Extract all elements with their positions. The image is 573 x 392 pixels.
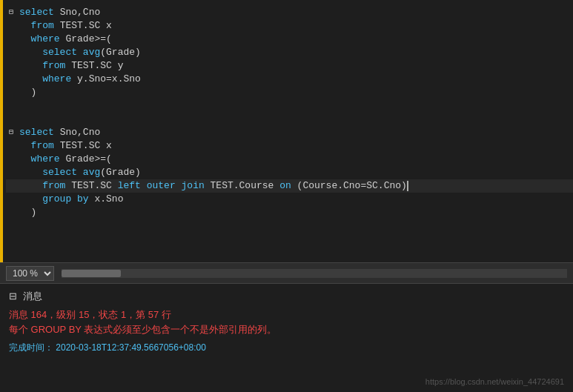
code-line: ⊟ select Sno,Cno (6, 6, 573, 19)
messages-icon: ⊟ (9, 290, 17, 302)
horizontal-scrollbar[interactable] (62, 269, 567, 278)
code-line: from TEST.SC x (6, 19, 573, 33)
code-text (19, 99, 25, 113)
code-text: select Sno,Cno (19, 6, 100, 19)
collapse-icon-1[interactable]: ⊟ (6, 6, 16, 19)
zoom-select[interactable]: 50 % 75 % 100 % 125 % 150 % (6, 266, 54, 281)
messages-label: 消息 (23, 290, 42, 302)
code-text: from TEST.SC y (19, 59, 123, 73)
code-line: select avg(Grade) (6, 166, 573, 179)
messages-header: ⊟ 消息 (9, 290, 564, 303)
code-text: group by x.Sno (19, 193, 123, 206)
code-line: select avg(Grade) (6, 46, 573, 59)
editor-area: ⊟ select Sno,Cno from TEST.SC x where Gr… (0, 0, 573, 263)
code-text: where Grade>=( (19, 33, 112, 46)
code-line: ) (6, 206, 573, 219)
code-line-active: from TEST.SC left outer join TEST.Course… (6, 179, 573, 193)
code-line (6, 113, 573, 126)
code-text: select avg(Grade) (19, 46, 141, 59)
error-line-1: 消息 164，级别 15，状态 1，第 57 行 每个 GROUP BY 表达式… (9, 308, 564, 337)
code-text: from TEST.SC x (19, 19, 112, 33)
text-cursor (407, 181, 408, 191)
code-text (19, 113, 25, 126)
code-line: where Grade>=( (6, 33, 573, 46)
horizontal-scrollbar-area (59, 269, 567, 278)
timestamp-area: 完成时间： 2020-03-18T12:37:49.5667056+08:00 (9, 342, 564, 354)
timestamp-label: 完成时间： (9, 342, 53, 353)
code-line: ) (6, 86, 573, 99)
code-text: where y.Sno=x.Sno (19, 73, 141, 86)
code-text: ) (19, 206, 36, 219)
scrollbar-thumb[interactable] (62, 270, 121, 277)
code-text: select avg(Grade) (19, 166, 141, 179)
code-line (6, 99, 573, 113)
collapse-icon-2[interactable]: ⊟ (6, 126, 16, 139)
code-line: from TEST.SC y (6, 59, 573, 73)
code-container: ⊟ select Sno,Cno from TEST.SC x where Gr… (0, 0, 573, 225)
code-text: where Grade>=( (19, 153, 112, 166)
code-line: group by x.Sno (6, 193, 573, 206)
error-text-2: 每个 GROUP BY 表达式必须至少包含一个不是外部引用的列。 (9, 322, 564, 337)
code-text: ) (19, 86, 36, 99)
messages-area: ⊟ 消息 消息 164，级别 15，状态 1，第 57 行 每个 GROUP B… (0, 284, 573, 392)
error-text-1: 消息 164，级别 15，状态 1，第 57 行 (9, 308, 564, 322)
code-text: select Sno,Cno (19, 126, 100, 139)
code-text: from TEST.SC x (19, 139, 112, 153)
code-line: ⊟ select Sno,Cno (6, 126, 573, 139)
timestamp-value: 2020-03-18T12:37:49.5667056+08:00 (56, 342, 206, 353)
code-line: where Grade>=( (6, 153, 573, 166)
code-line: where y.Sno=x.Sno (6, 73, 573, 86)
code-line: from TEST.SC x (6, 139, 573, 153)
watermark: https://blog.csdn.net/weixin_44724691 (425, 377, 564, 386)
status-bar: 50 % 75 % 100 % 125 % 150 % (0, 263, 573, 284)
code-text: from TEST.SC left outer join TEST.Course… (19, 179, 408, 193)
